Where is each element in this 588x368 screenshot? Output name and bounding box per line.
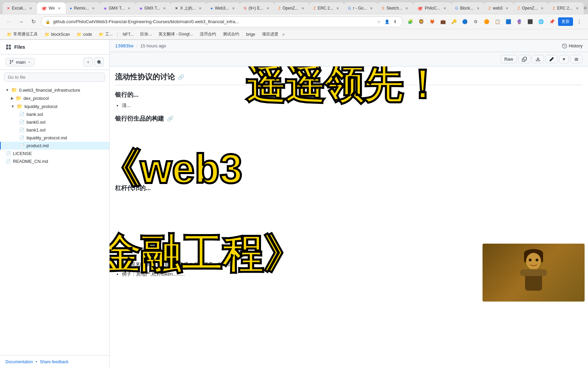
tab-x[interactable]: ✕ X 上的... ✕ [171, 2, 206, 14]
ext-icon-1[interactable]: 🔵 [460, 17, 470, 27]
tab-close-block[interactable]: ✕ [476, 6, 480, 11]
ext-icon-4[interactable]: 📋 [493, 17, 502, 27]
bookmark-translate[interactable]: 英文翻译 - Googl... [156, 31, 196, 38]
tab-close-erc2[interactable]: ✕ [575, 6, 579, 11]
ext-icon-7[interactable]: ⬛ [525, 17, 535, 27]
list-view-button[interactable] [570, 55, 583, 63]
keepass-icon[interactable]: 🔑 [449, 17, 459, 27]
section2-sub1-link-icon[interactable]: 🔗 [167, 116, 174, 122]
tab-erc1[interactable]: Z ERC 2... ✕ [309, 2, 344, 14]
ext-icon-8[interactable]: 🌐 [536, 17, 546, 27]
bookmark-common-tools[interactable]: 📁 常用通信工具 [4, 31, 40, 38]
tab-close-philo[interactable]: ✕ [442, 6, 447, 11]
menu-button[interactable]: ⋮ [574, 17, 584, 27]
tab-web3[interactable]: ● Web3... ✕ [207, 2, 240, 14]
tab-openz2[interactable]: Z OpenZ... ✕ [513, 2, 549, 14]
tab-sketch[interactable]: S Sketch... ✕ [378, 2, 413, 14]
tab-close-erc1[interactable]: ✕ [335, 6, 340, 11]
bookmark-code[interactable]: 📁 code [74, 31, 95, 37]
ext-icon-6[interactable]: 🔮 [514, 17, 524, 27]
tree-file-license[interactable]: 📄 LICENSE [0, 150, 109, 157]
tab-github[interactable]: 🐙 We ✕ [37, 2, 66, 14]
tab-close-x[interactable]: ✕ [198, 6, 202, 11]
tab-gmx1[interactable]: ◈ GMX T... ✕ [100, 2, 135, 14]
tree-file-bank0[interactable]: 📄 bank0.sol [0, 118, 109, 126]
raw-button[interactable]: Raw [501, 55, 517, 63]
section1-link-icon[interactable]: 🔗 [178, 74, 184, 80]
address-bar[interactable]: 🔒 github.com/PhiloCwh/Web3-Financial-Eng… [41, 16, 403, 27]
tab-close-excali[interactable]: ✕ [28, 6, 33, 11]
reload-button[interactable]: ↻ [29, 17, 38, 27]
tree-file-readme[interactable]: 📄 README_CN.md [0, 157, 109, 165]
history-button[interactable]: History [562, 43, 583, 48]
bookmark-brige[interactable]: brige [243, 31, 258, 37]
download-button[interactable] [532, 55, 544, 63]
more-button[interactable]: ▾ [559, 55, 569, 63]
bookmark-star-icon[interactable]: ☆ [375, 18, 382, 25]
tab-favicon-web3: ● [211, 6, 213, 10]
tab-close-gmx1[interactable]: ✕ [127, 6, 131, 11]
tab-erc2[interactable]: Z ERC 2... ✕ [549, 2, 583, 14]
tree-file-lpmd[interactable]: 📄 liquidity_protocol.md [0, 134, 109, 142]
tree-file-product[interactable]: 📄 product.md [0, 142, 109, 150]
tab-9plus[interactable]: N (9+) E... ✕ [240, 2, 274, 14]
tab-close-golang[interactable]: ✕ [369, 6, 374, 11]
forward-button[interactable]: → [16, 17, 26, 27]
tab-close-web3z[interactable]: ✕ [505, 6, 509, 11]
tree-file-bank1[interactable]: 📄 bank1.sol [0, 126, 109, 134]
bookmark-nft[interactable]: NFT... [120, 31, 136, 37]
branch-dropdown[interactable]: main [5, 58, 35, 66]
tab-close-web3[interactable]: ✕ [231, 6, 236, 11]
tab-label-excali: Excali... [12, 6, 26, 11]
bookmark-icon-t: 📁 [99, 32, 104, 37]
tab-close-openz1[interactable]: ✕ [300, 6, 305, 11]
tree-label-lpmd: liquidity_protocol.md [27, 135, 67, 140]
tab-web3z[interactable]: Z web3 ✕ [485, 2, 513, 14]
copy-button[interactable] [518, 55, 530, 63]
tab-close-openz2[interactable]: ✕ [540, 6, 544, 11]
share-feedback-link[interactable]: Share feedback [40, 359, 68, 364]
tree-folder-root[interactable]: ▼ 📁 0.web3_financial_infrastructure [0, 86, 109, 94]
wallet-icon[interactable]: 💼 [438, 17, 448, 27]
new-tab-button[interactable]: + [584, 3, 587, 13]
tab-golang[interactable]: G r - Go... ✕ [344, 2, 378, 14]
bookmark-block[interactable]: 区块... [137, 31, 154, 38]
go-to-file-input[interactable] [4, 73, 105, 82]
bookmark-test-contract[interactable]: 测试合约 [220, 31, 242, 38]
tab-close-sketch[interactable]: ✕ [404, 6, 409, 11]
update-button[interactable]: 更新 [558, 17, 573, 26]
extensions-icon[interactable]: 🧩 [406, 17, 415, 27]
metamask-icon[interactable]: 🦊 [427, 17, 437, 27]
tab-close-9plus[interactable]: ✕ [265, 6, 270, 11]
brave-icon[interactable]: 🦁 [416, 17, 426, 27]
edit-button[interactable] [545, 55, 558, 63]
tab-favicon-gmx2: ◈ [140, 6, 142, 11]
ext-icon-5[interactable]: 🟦 [504, 17, 513, 27]
search-files-button[interactable] [94, 57, 104, 67]
bookmark-tools[interactable]: 📁 工... [96, 31, 115, 38]
profile-icon[interactable]: 👤 [383, 18, 390, 25]
tab-close-gmx2[interactable]: ✕ [162, 6, 167, 11]
tree-file-bank[interactable]: 📄 bank.sol [0, 110, 109, 118]
bookmark-project[interactable]: 项目进度 [259, 31, 281, 38]
tab-openz1[interactable]: Z OpenZ... ✕ [274, 2, 309, 14]
tab-gmx2[interactable]: ◈ GMX T... ✕ [135, 2, 171, 14]
ext-icon-9[interactable]: 📌 [547, 17, 557, 27]
share-icon[interactable]: ⬆ [392, 18, 398, 25]
bookmark-overflow[interactable]: » [282, 32, 285, 37]
tab-close-remix[interactable]: ✕ [91, 6, 96, 11]
tree-folder-dex[interactable]: ▶ 📁 dex_protocol [0, 94, 109, 102]
add-file-button[interactable]: + [83, 57, 93, 67]
tab-close-github[interactable]: ✕ [57, 6, 62, 11]
tab-excali[interactable]: ✕ Excali... ✕ [3, 2, 37, 14]
tab-remix[interactable]: ● Remix... ✕ [66, 2, 100, 14]
tab-philo[interactable]: 🐙 PhiloC... ✕ [413, 2, 451, 14]
bookmark-token-contract[interactable]: 流币合约 [197, 31, 219, 38]
ext-icon-2[interactable]: ⚙ [471, 17, 480, 27]
tab-block[interactable]: G Block... ✕ [451, 2, 485, 14]
ext-icon-3[interactable]: 🟠 [482, 17, 491, 27]
documentation-link[interactable]: Documentation [5, 359, 33, 364]
back-button[interactable]: ← [4, 17, 14, 27]
tree-folder-lp[interactable]: ▼ 📁 liquidity_protocol [0, 102, 109, 110]
bookmark-blockscan[interactable]: 📁 blockScan [42, 31, 72, 37]
